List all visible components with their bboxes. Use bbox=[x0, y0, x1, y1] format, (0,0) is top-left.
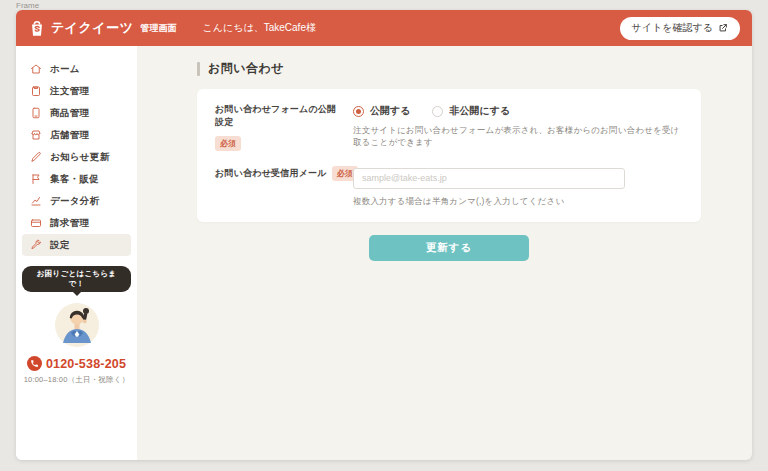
main-content: お問い合わせ お問い合わせフォームの公開設定 必須 bbox=[137, 46, 752, 460]
external-link-icon bbox=[718, 23, 728, 33]
sidebar-item-label: データ分析 bbox=[50, 195, 99, 208]
support-badge: お困りごとはこちらまで！ bbox=[22, 266, 131, 292]
required-badge: 必須 bbox=[215, 136, 241, 151]
brand-logo[interactable]: テイクイーツ 管理画面 bbox=[28, 18, 177, 38]
sidebar-item-analytics[interactable]: データ分析 bbox=[22, 190, 131, 212]
support-contact-block: お困りごとはこちらまで！ bbox=[22, 266, 131, 385]
sidebar-item-promotion[interactable]: 集客・販促 bbox=[22, 168, 131, 190]
order-clipboard-icon bbox=[30, 85, 42, 97]
radio-unpublish[interactable]: 非公開にする bbox=[432, 104, 510, 118]
sidebar-item-label: ホーム bbox=[50, 63, 80, 76]
store-icon bbox=[30, 129, 42, 141]
app-header: テイクイーツ 管理画面 こんにちは、TakeCafe様 サイトを確認する bbox=[16, 10, 752, 46]
wrench-icon bbox=[30, 239, 42, 251]
sidebar-item-home[interactable]: ホーム bbox=[22, 58, 131, 80]
contact-email-label: お問い合わせ受信用メール bbox=[215, 167, 327, 180]
product-device-icon bbox=[30, 107, 42, 119]
form-row-contact-email: お問い合わせ受信用メール 必須 複数入力する場合は半角カンマ(,)を入力してくだ… bbox=[215, 167, 683, 208]
radio-unselected-icon bbox=[432, 106, 443, 117]
sidebar-item-products[interactable]: 商品管理 bbox=[22, 102, 131, 124]
sidebar-item-label: 集客・販促 bbox=[50, 173, 99, 186]
page-title: お問い合わせ bbox=[197, 60, 701, 77]
contact-email-input[interactable] bbox=[353, 168, 625, 189]
pencil-icon bbox=[30, 151, 42, 163]
publish-setting-label: お問い合わせフォームの公開設定 bbox=[215, 103, 341, 129]
radio-unpublish-label: 非公開にする bbox=[449, 104, 510, 118]
support-phone-row[interactable]: 0120-538-205 bbox=[22, 356, 131, 371]
radio-selected-icon bbox=[353, 106, 364, 117]
phone-icon bbox=[27, 356, 42, 371]
sidebar-item-billing[interactable]: 請求管理 bbox=[22, 212, 131, 234]
contact-settings-card: お問い合わせフォームの公開設定 必須 公開する bbox=[197, 89, 701, 222]
sidebar-item-news[interactable]: お知らせ更新 bbox=[22, 146, 131, 168]
support-hours: 10:00–18:00（土日・祝除く） bbox=[22, 375, 131, 385]
update-button[interactable]: 更新する bbox=[369, 235, 529, 261]
title-accent-bar bbox=[197, 62, 200, 76]
sidebar-item-label: 商品管理 bbox=[50, 107, 89, 120]
operator-illustration bbox=[22, 296, 131, 354]
support-phone-number: 0120-538-205 bbox=[46, 357, 126, 371]
frame-label: Frame bbox=[16, 1, 39, 10]
sidebar-item-label: 設定 bbox=[50, 239, 70, 252]
sidebar-item-label: お知らせ更新 bbox=[50, 151, 109, 164]
user-greeting: こんにちは、TakeCafe様 bbox=[203, 21, 316, 35]
billing-card-icon bbox=[30, 217, 42, 229]
form-row-publish-setting: お問い合わせフォームの公開設定 必須 公開する bbox=[215, 103, 683, 151]
view-site-button[interactable]: サイトを確認する bbox=[620, 17, 740, 40]
brand-suffix: 管理画面 bbox=[141, 22, 177, 35]
chart-icon bbox=[30, 195, 42, 207]
home-icon bbox=[30, 63, 42, 75]
sidebar-item-label: 店舗管理 bbox=[50, 129, 89, 142]
publish-radio-group: 公開する 非公開にする bbox=[353, 104, 683, 118]
radio-publish[interactable]: 公開する bbox=[353, 104, 410, 118]
sidebar-item-settings[interactable]: 設定 bbox=[22, 234, 131, 256]
contact-email-helper: 複数入力する場合は半角カンマ(,)を入力してください bbox=[353, 196, 683, 208]
brand-name: テイクイーツ bbox=[51, 19, 134, 37]
sidebar-item-label: 注文管理 bbox=[50, 85, 89, 98]
flag-icon bbox=[30, 173, 42, 185]
radio-publish-label: 公開する bbox=[370, 104, 410, 118]
design-canvas: Frame テイクイーツ 管理画面 こんにちは、TakeCafe様 サイトを確認… bbox=[0, 0, 768, 471]
sidebar: ホーム 注文管理 商品管理 bbox=[16, 46, 137, 460]
publish-setting-helper: 注文サイトにお問い合わせフォームが表示され、お客様からのお問い合わせを受け取るこ… bbox=[353, 125, 683, 149]
shopping-bag-logo-icon bbox=[28, 18, 46, 38]
view-site-button-label: サイトを確認する bbox=[632, 21, 713, 35]
sidebar-item-label: 請求管理 bbox=[50, 217, 89, 230]
sidebar-item-store[interactable]: 店舗管理 bbox=[22, 124, 131, 146]
sidebar-item-orders[interactable]: 注文管理 bbox=[22, 80, 131, 102]
admin-app-window: テイクイーツ 管理画面 こんにちは、TakeCafe様 サイトを確認する bbox=[16, 10, 752, 460]
page-title-text: お問い合わせ bbox=[208, 60, 284, 77]
